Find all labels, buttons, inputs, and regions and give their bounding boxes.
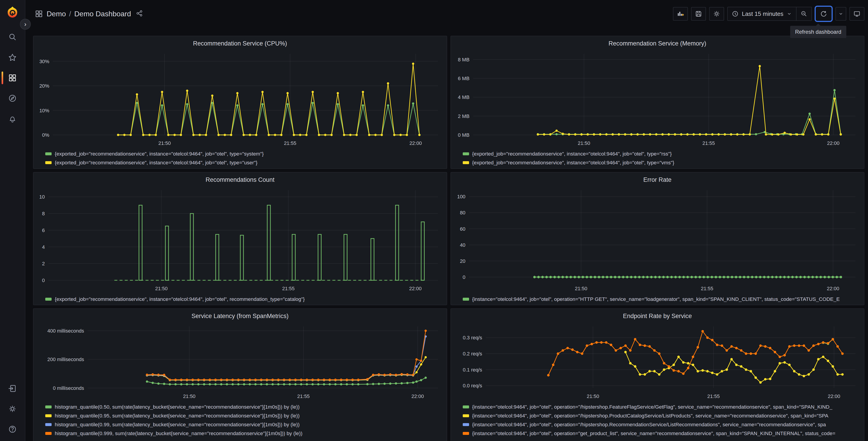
- cpu-chart[interactable]: 0%10%20%30%21:5021:5522:00: [33, 50, 447, 148]
- legend-item[interactable]: {exported_job="recommendationservice", i…: [45, 295, 443, 303]
- legend-item[interactable]: {instance="otelcol:9464", job="otel", op…: [463, 295, 860, 303]
- svg-text:21:50: 21:50: [575, 286, 587, 291]
- kiosk-mode-button[interactable]: [849, 7, 864, 21]
- legend-label: {exported_job="recommendationservice", i…: [472, 160, 674, 166]
- panel-title[interactable]: Recommendation Service (CPU%): [33, 36, 447, 50]
- legend-color-chip: [463, 298, 469, 301]
- svg-text:8 MB: 8 MB: [458, 57, 469, 62]
- recommendations-count-chart[interactable]: 024681021:5021:5522:00: [33, 186, 447, 294]
- panel-error-rate: Error Rate 02040608010021:5021:5522:00 {…: [451, 172, 865, 305]
- error-rate-legend: {instance="otelcol:9464", job="otel", op…: [451, 294, 864, 303]
- refresh-dashboard-button[interactable]: [816, 7, 831, 20]
- svg-text:0 MB: 0 MB: [458, 132, 469, 138]
- legend-color-chip: [463, 152, 469, 155]
- sidebar-item-starred[interactable]: [5, 50, 20, 65]
- legend-item[interactable]: {instance="otelcol:9464", job="otel", op…: [463, 411, 860, 420]
- legend-label: histogram_quantile(0.99, sum(rate(latenc…: [55, 422, 300, 428]
- sidebar-item-dashboards[interactable]: [5, 70, 20, 85]
- endpoint-rate-legend: {instance="otelcol:9464", job="otel", op…: [451, 402, 864, 438]
- add-panel-button[interactable]: [673, 7, 688, 21]
- sidebar-item-help[interactable]: [5, 422, 20, 437]
- svg-text:0 milliseconds: 0 milliseconds: [53, 385, 84, 391]
- legend-color-chip: [45, 161, 52, 164]
- legend-label: {instance="otelcol:9464", job="otel", op…: [472, 413, 828, 419]
- clock-icon: [732, 10, 739, 17]
- legend-label: histogram_quantile(0.50, sum(rate(latenc…: [55, 404, 300, 410]
- legend-item[interactable]: histogram_quantile(0.50, sum(rate(latenc…: [45, 403, 443, 411]
- svg-text:21:50: 21:50: [155, 286, 168, 291]
- legend-label: {exported_job="recommendationservice", i…: [472, 151, 672, 157]
- breadcrumb-section[interactable]: Demo: [46, 10, 66, 18]
- panel-title[interactable]: Service Latency (from SpanMetrics): [33, 309, 447, 322]
- legend-label: {exported_job="recommendationservice", i…: [55, 151, 264, 157]
- legend-item[interactable]: {instance="otelcol:9464", job="otel", op…: [463, 429, 860, 438]
- legend-color-chip: [463, 161, 469, 164]
- time-range-label: Last 15 minutes: [742, 10, 783, 18]
- endpoint-rate-chart[interactable]: 0.0 req/s0.1 req/s0.2 req/s0.3 req/s21:5…: [451, 322, 864, 402]
- breadcrumb-page[interactable]: Demo Dashboard: [74, 10, 131, 18]
- search-icon: [8, 33, 17, 41]
- panel-title[interactable]: Error Rate: [451, 173, 864, 186]
- grafana-logo-icon[interactable]: [6, 5, 19, 20]
- chevron-down-icon: [838, 11, 843, 17]
- svg-text:0: 0: [463, 274, 465, 280]
- star-icon: [8, 53, 17, 62]
- gear-icon: [713, 10, 720, 18]
- legend-label: {instance="otelcol:9464", job="otel", op…: [472, 296, 840, 302]
- legend-color-chip: [45, 423, 52, 426]
- bell-icon: [8, 114, 17, 123]
- svg-text:80: 80: [460, 210, 465, 215]
- recommendations-count-legend: {exported_job="recommendationservice", i…: [33, 294, 447, 303]
- svg-text:22:00: 22:00: [409, 140, 422, 146]
- legend-color-chip: [463, 432, 469, 435]
- zoom-out-button[interactable]: [796, 7, 811, 20]
- legend-color-chip: [463, 423, 469, 426]
- legend-item[interactable]: {exported_job="recommendationservice", i…: [463, 149, 860, 158]
- svg-text:21:50: 21:50: [587, 393, 599, 399]
- legend-item[interactable]: {exported_job="recommendationservice", i…: [45, 158, 443, 167]
- add-panel-icon: [677, 10, 684, 18]
- sign-in-icon: [8, 384, 17, 393]
- legend-item[interactable]: {instance="otelcol:9464", job="otel", op…: [463, 403, 860, 411]
- dashboard-grid-icon: [35, 10, 43, 18]
- svg-text:20: 20: [460, 258, 465, 264]
- sidebar-item-sign-in[interactable]: [5, 381, 20, 396]
- legend-item[interactable]: {exported_job="recommendationservice", i…: [463, 158, 860, 167]
- time-range-picker[interactable]: Last 15 minutes: [728, 7, 796, 20]
- error-rate-chart[interactable]: 02040608010021:5021:5522:00: [451, 186, 864, 294]
- breadcrumb[interactable]: Demo / Demo Dashboard: [35, 10, 143, 18]
- legend-item[interactable]: histogram_quantile(0.99, sum(rate(latenc…: [45, 420, 443, 429]
- svg-text:22:00: 22:00: [827, 140, 839, 146]
- legend-label: histogram_quantile(0.999, sum(rate(laten…: [55, 431, 303, 437]
- chevron-down-icon: [786, 11, 792, 17]
- legend-item[interactable]: {instance="otelcol:9464", job="otel", op…: [463, 420, 860, 429]
- sidebar-item-alerting[interactable]: [5, 111, 20, 126]
- memory-chart[interactable]: 0 MB2 MB4 MB6 MB8 MB21:5021:5522:00: [451, 50, 864, 148]
- sidebar-item-search[interactable]: [5, 30, 20, 45]
- sidebar-item-explore[interactable]: [5, 91, 20, 106]
- save-dashboard-button[interactable]: [691, 7, 706, 21]
- svg-text:6 MB: 6 MB: [458, 76, 469, 81]
- service-latency-chart[interactable]: 0 milliseconds200 milliseconds400 millis…: [33, 322, 447, 402]
- zoom-out-icon: [801, 10, 807, 17]
- legend-item[interactable]: {exported_job="recommendationservice", i…: [45, 149, 443, 158]
- dashboard-settings-button[interactable]: [709, 7, 724, 21]
- panel-title[interactable]: Recommendation Service (Memory): [451, 36, 864, 50]
- panel-title[interactable]: Recommendations Count: [33, 173, 447, 186]
- legend-label: {exported_job="recommendationservice", i…: [55, 296, 305, 302]
- refresh-interval-button[interactable]: [835, 7, 846, 21]
- panel-title[interactable]: Endpoint Rate by Service: [451, 309, 864, 322]
- legend-item[interactable]: histogram_quantile(0.95, sum(rate(latenc…: [45, 411, 443, 420]
- sidebar-item-configuration[interactable]: [5, 402, 20, 416]
- expand-sidebar-button[interactable]: ›: [20, 19, 31, 30]
- legend-label: histogram_quantile(0.95, sum(rate(latenc…: [55, 413, 300, 419]
- share-button[interactable]: [136, 10, 143, 18]
- legend-item[interactable]: histogram_quantile(0.999, sum(rate(laten…: [45, 429, 443, 438]
- compass-icon: [8, 94, 17, 102]
- svg-text:4 MB: 4 MB: [458, 94, 469, 100]
- legend-label: {instance="otelcol:9464", job="otel", op…: [472, 404, 833, 410]
- legend-label: {exported_job="recommendationservice", i…: [55, 160, 257, 166]
- svg-text:21:50: 21:50: [183, 393, 195, 399]
- gear-icon: [8, 405, 17, 413]
- svg-text:400 milliseconds: 400 milliseconds: [47, 328, 84, 334]
